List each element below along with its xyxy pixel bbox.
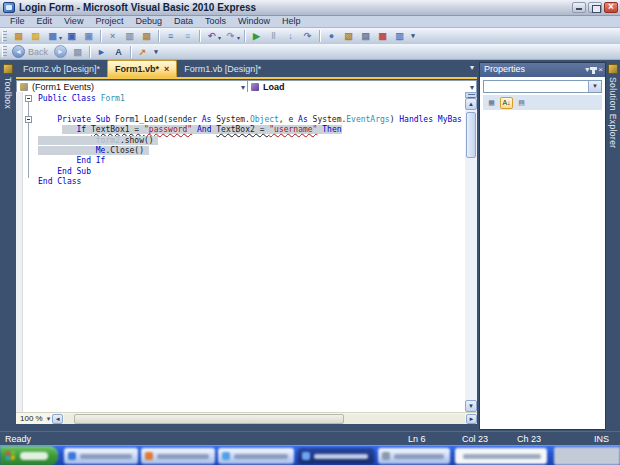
title-bar[interactable]: Login Form - Microsoft Visual Basic 2010…	[0, 0, 620, 16]
open-folder-icon[interactable]: ▨	[28, 29, 43, 43]
toolbar-separator	[158, 30, 159, 42]
vertical-scroll-thumb[interactable]	[466, 112, 476, 158]
status-bar: Ready Ln 6 Col 23 Ch 23 INS	[0, 431, 620, 445]
copy-icon[interactable]: ▥	[122, 29, 137, 43]
pin-icon[interactable]	[592, 67, 595, 74]
chevron-down-icon[interactable]: ▼	[588, 81, 601, 92]
menu-item-tools[interactable]: Tools	[199, 16, 232, 27]
chevron-down-icon[interactable]: ▾	[218, 34, 221, 41]
toolbar-grip[interactable]	[2, 31, 7, 42]
overflow-chevron-icon[interactable]: ▾	[152, 45, 160, 59]
chevron-down-icon[interactable]: ▾	[470, 83, 474, 92]
horizontal-scrollbar[interactable]	[64, 414, 465, 424]
categorized-icon[interactable]: ▦	[485, 97, 498, 109]
tab-close-icon[interactable]: ×	[164, 64, 169, 74]
taskbar-button[interactable]	[298, 448, 374, 464]
menu-item-window[interactable]: Window	[232, 16, 276, 27]
chevron-down-icon[interactable]: ▾	[241, 83, 245, 92]
save-icon[interactable]: ▣	[64, 29, 79, 43]
paste-icon[interactable]: ▤	[139, 29, 154, 43]
close-button[interactable]	[604, 2, 618, 13]
uncomment-icon[interactable]: ≡	[180, 29, 195, 43]
font-size-icon[interactable]: A	[111, 45, 126, 59]
chevron-down-icon[interactable]: ▾	[47, 415, 51, 423]
chevron-down-icon[interactable]: ▾	[59, 34, 62, 41]
taskbar-tray	[554, 447, 620, 465]
recent-files-icon[interactable]: ▤	[70, 45, 85, 59]
menu-item-debug[interactable]: Debug	[129, 16, 168, 27]
properties-header[interactable]: Properties ▾ ×	[480, 63, 605, 77]
minimize-button[interactable]	[572, 2, 586, 13]
break-all-icon[interactable]: ‖	[266, 29, 281, 43]
solution-explorer-autohide-tab[interactable]: Solution Explorer	[606, 60, 620, 210]
pointer-icon[interactable]: ►	[94, 45, 109, 59]
redo-icon[interactable]: ↷	[223, 29, 238, 43]
cut-icon[interactable]: ×	[105, 29, 120, 43]
menu-item-data[interactable]: Data	[168, 16, 199, 27]
properties-object-combo[interactable]: ▼	[483, 80, 602, 93]
alphabetical-icon[interactable]: A↓	[500, 97, 513, 109]
document-tab-1[interactable]: Form1.vb*×	[107, 60, 177, 77]
outline-guide-line	[28, 102, 29, 178]
pen-icon[interactable]: ↗	[135, 45, 150, 59]
active-tab-strip	[16, 77, 477, 79]
taskbar-button[interactable]	[455, 448, 547, 464]
scroll-right-icon[interactable]: ►	[466, 414, 477, 424]
properties-window-icon[interactable]: ▤	[358, 29, 373, 43]
new-project-icon[interactable]: ▤	[11, 29, 26, 43]
toolbar-grip[interactable]	[2, 46, 7, 57]
navigation-toolbar: ◄Back►▤►A↗▾	[0, 44, 620, 60]
document-tab-2[interactable]: Form1.vb [Design]*	[177, 60, 268, 77]
start-debugging-icon[interactable]: ▶	[249, 29, 264, 43]
zoom-combo[interactable]: 100 % ▾	[16, 413, 52, 424]
toolbox-autohide-tab[interactable]: Toolbox	[0, 60, 16, 190]
code-line	[38, 104, 462, 114]
immediate-window-icon[interactable]: ▥	[392, 29, 407, 43]
properties-grid	[483, 112, 602, 426]
document-list-chevron-icon[interactable]: ▾	[470, 63, 474, 72]
taskbar-button[interactable]	[218, 448, 294, 464]
toolbar-separator	[100, 30, 101, 42]
collapse-class-box[interactable]	[25, 95, 32, 102]
menu-item-help[interactable]: Help	[276, 16, 307, 27]
step-over-icon[interactable]: ↷	[300, 29, 315, 43]
undo-icon[interactable]: ↶	[204, 29, 219, 43]
window-position-icon[interactable]: ▾	[585, 66, 589, 74]
property-pages-icon[interactable]: ▤	[515, 97, 528, 109]
document-tab-0[interactable]: Form2.vb [Design]*	[16, 60, 107, 77]
taskbar-button[interactable]	[64, 448, 138, 464]
properties-toolbar: ▦A↓▤	[483, 95, 602, 110]
vertical-scrollbar[interactable]: ▲ ▼	[465, 92, 477, 412]
chevron-down-icon[interactable]: ▾	[237, 34, 240, 41]
menu-item-view[interactable]: View	[58, 16, 89, 27]
comment-icon[interactable]: ≡	[163, 29, 178, 43]
taskbar-button[interactable]	[378, 448, 450, 464]
scroll-left-icon[interactable]: ◄	[52, 414, 63, 424]
error-list-icon[interactable]: ▦	[375, 29, 390, 43]
menu-item-file[interactable]: File	[4, 16, 31, 27]
taskbar-button[interactable]	[141, 448, 215, 464]
code-editor[interactable]: Public Class Form1 Private Sub Form1_Loa…	[16, 92, 465, 412]
menu-item-project[interactable]: Project	[89, 16, 129, 27]
start-button[interactable]	[0, 446, 58, 465]
code-line: End Class	[38, 177, 462, 187]
scroll-up-icon[interactable]: ▲	[465, 98, 477, 110]
forward-button[interactable]: ►	[54, 45, 67, 58]
code-line: Public Class Form1	[38, 94, 462, 104]
solution-explorer-icon[interactable]: ▧	[341, 29, 356, 43]
overflow-chevron-icon[interactable]: ▾	[409, 29, 417, 43]
method-icon	[251, 83, 259, 91]
collapse-sub-box[interactable]	[25, 116, 32, 123]
horizontal-scroll-thumb[interactable]	[74, 414, 344, 424]
save-all-icon[interactable]: ▣	[81, 29, 96, 43]
add-item-icon[interactable]: ▦	[45, 29, 60, 43]
back-button[interactable]: ◄	[12, 45, 25, 58]
scroll-down-icon[interactable]: ▼	[465, 400, 477, 412]
menu-item-edit[interactable]: Edit	[31, 16, 59, 27]
find-icon[interactable]: ●	[324, 29, 339, 43]
step-into-icon[interactable]: ↓	[283, 29, 298, 43]
tab-label: Form1.vb [Design]*	[184, 64, 261, 74]
restore-button[interactable]	[588, 2, 602, 13]
status-message: Ready	[5, 434, 31, 444]
close-icon[interactable]: ×	[598, 66, 603, 74]
